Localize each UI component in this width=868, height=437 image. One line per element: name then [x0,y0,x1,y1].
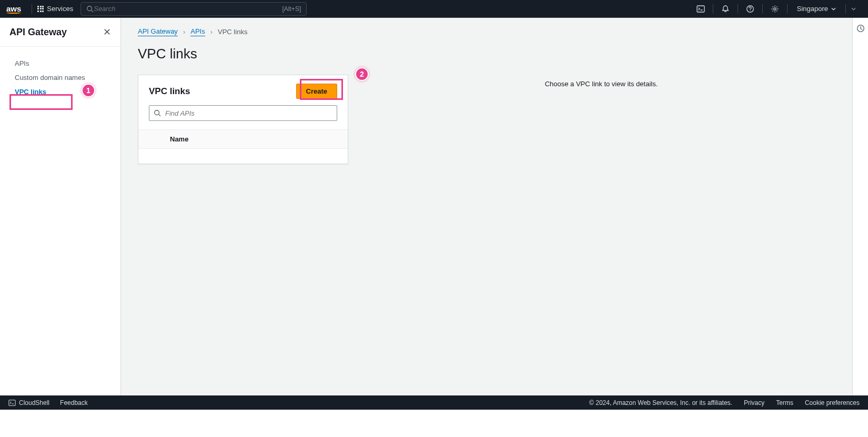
vpc-links-table: Name [138,130,348,164]
nav-divider [713,4,713,14]
right-rail [852,18,868,395]
svg-line-1 [92,10,94,12]
aws-logo-text: aws [6,4,21,13]
table-col-select [138,130,159,149]
close-icon[interactable]: ✕ [103,26,111,38]
services-label: Services [47,5,73,13]
sidebar-header: API Gateway ✕ [0,18,120,47]
terms-link[interactable]: Terms [776,399,793,406]
caret-down-icon [851,7,856,11]
nav-divider [738,4,738,14]
main-area: API Gateway › APIs › VPC links VPC links… [121,18,868,395]
search-icon [154,109,161,117]
sidebar-nav: APIs Custom domain names VPC links [0,47,120,108]
chevron-right-icon: › [183,28,185,36]
privacy-link[interactable]: Privacy [744,399,764,406]
sidebar-item-apis[interactable]: APIs [0,56,120,70]
content-row: VPC links Create Name [138,75,835,164]
breadcrumb-link-apis[interactable]: APIs [190,27,205,36]
page-title: VPC links [138,46,835,62]
cloudshell-icon [8,399,16,406]
svg-rect-2 [697,6,704,12]
breadcrumb: API Gateway › APIs › VPC links [138,27,835,36]
account-menu[interactable] [851,7,862,11]
help-icon[interactable] [744,3,756,15]
create-button[interactable]: Create [296,84,337,99]
region-label: Singapore [797,5,828,13]
aws-logo[interactable]: aws [6,4,21,14]
nav-divider [845,4,846,14]
chevron-right-icon: › [210,28,213,36]
detail-empty-state: Choose a VPC link to view its details. [367,75,835,88]
table-col-spacer [316,130,348,149]
global-footer: CloudShell Feedback © 2024, Amazon Web S… [0,395,868,410]
search-icon [86,5,94,13]
vpc-links-panel: VPC links Create Name [138,75,348,164]
find-apis-input[interactable] [165,109,332,117]
app-body: API Gateway ✕ APIs Custom domain names V… [0,17,868,395]
panel-title: VPC links [149,86,190,97]
global-search[interactable]: [Alt+S] [80,2,307,16]
panel-search-box[interactable] [149,105,337,121]
sidebar: API Gateway ✕ APIs Custom domain names V… [0,18,121,395]
sidebar-item-custom-domain-names[interactable]: Custom domain names [0,70,120,85]
cloudshell-icon[interactable] [695,3,706,15]
caret-down-icon [831,7,836,11]
help-panel-toggle-icon[interactable] [856,24,865,33]
global-top-nav: aws Services [Alt+S] Singapore [0,0,868,17]
nav-divider [787,4,788,14]
search-shortcut: [Alt+S] [282,5,301,13]
detail-empty-text: Choose a VPC link to view its details. [545,80,658,88]
svg-rect-8 [9,400,15,405]
feedback-link[interactable]: Feedback [60,399,88,406]
settings-icon[interactable] [769,3,781,15]
panel-header: VPC links Create [138,75,348,105]
cloudshell-button[interactable]: CloudShell [8,399,49,406]
svg-line-6 [159,115,161,117]
svg-point-0 [87,6,92,11]
notifications-icon[interactable] [720,3,731,15]
services-menu[interactable]: Services [37,5,73,13]
nav-divider [762,4,763,14]
breadcrumb-link-api-gateway[interactable]: API Gateway [138,27,178,36]
table-empty-row [138,149,348,164]
content: API Gateway › APIs › VPC links VPC links… [121,18,852,395]
panel-search [138,105,348,130]
breadcrumb-current: VPC links [218,28,247,36]
sidebar-title: API Gateway [9,27,67,38]
search-input[interactable] [94,5,282,13]
svg-point-4 [774,7,776,9]
region-selector[interactable]: Singapore [793,5,840,13]
svg-point-5 [155,110,159,115]
sidebar-item-vpc-links[interactable]: VPC links [0,85,120,99]
nav-divider [32,4,32,14]
cloudshell-label: CloudShell [19,399,49,406]
grid-icon [37,6,44,12]
table-col-name[interactable]: Name [159,130,316,149]
cookie-preferences-link[interactable]: Cookie preferences [805,399,860,406]
copyright-text: © 2024, Amazon Web Services, Inc. or its… [589,399,732,406]
